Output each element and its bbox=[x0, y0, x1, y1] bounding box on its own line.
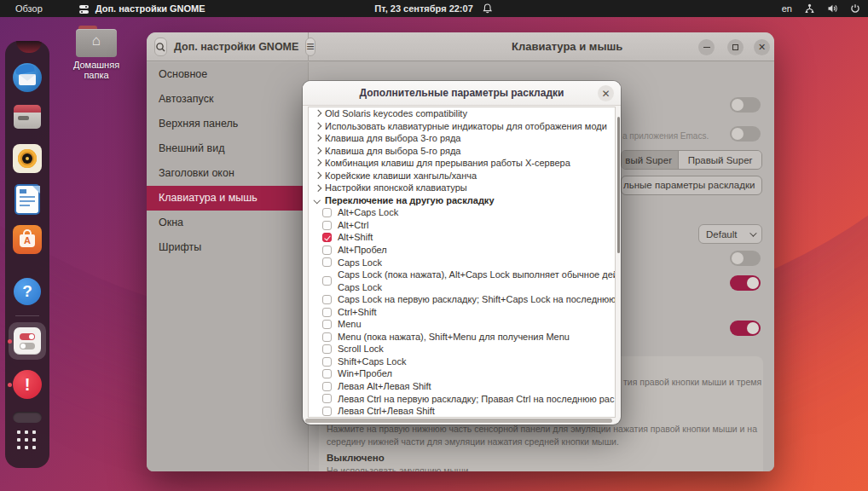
search-button[interactable] bbox=[154, 38, 167, 56]
checkbox[interactable] bbox=[322, 246, 332, 255]
close-button[interactable]: ✕ bbox=[754, 39, 770, 55]
checkbox[interactable] bbox=[322, 382, 332, 391]
expander-closed-icon[interactable] bbox=[314, 172, 321, 179]
toggle-switch[interactable] bbox=[730, 321, 761, 336]
layout-group-row[interactable]: Клавиша для выбора 5-го ряда bbox=[309, 145, 615, 158]
layout-option-row[interactable]: Левая Ctrl на первую раскладку; Правая C… bbox=[309, 393, 615, 406]
layout-option-row[interactable]: Левая Alt+Левая Shift bbox=[309, 380, 615, 393]
dialog-header[interactable]: Дополнительные параметры раскладки ✕ bbox=[303, 81, 621, 106]
layout-option-row[interactable]: Scroll Lock bbox=[309, 343, 615, 355]
checkbox[interactable] bbox=[322, 369, 332, 378]
home-folder-desktop-icon[interactable]: ⌂ Домашняя папка bbox=[60, 26, 133, 80]
touchpad-description-line1: Нажмите на правую нижнюю часть сенсорной… bbox=[327, 424, 766, 434]
right-super-segment[interactable]: Правый Super bbox=[679, 151, 761, 169]
gnome-tweaks-icon[interactable] bbox=[9, 322, 46, 360]
layout-group-row[interactable]: Комбинация клавиш для прерывания работы … bbox=[309, 157, 615, 170]
layout-option-row[interactable]: Alt+Пробел bbox=[309, 244, 615, 257]
layout-option-row[interactable]: Win+Пробел bbox=[309, 367, 615, 380]
vertical-scrollbar[interactable] bbox=[617, 117, 620, 253]
checkbox[interactable] bbox=[322, 295, 332, 304]
expander-closed-icon[interactable] bbox=[314, 123, 321, 130]
checkbox[interactable] bbox=[322, 276, 332, 286]
rhythmbox-icon[interactable] bbox=[12, 143, 43, 174]
activities-button[interactable]: Обзор bbox=[12, 3, 46, 14]
layout-option-row[interactable]: Alt+Shift bbox=[309, 231, 615, 244]
option-label: Caps Lock на первую раскладку; Shift+Cap… bbox=[338, 293, 615, 306]
layout-group-row[interactable]: Использовать клавиатурные индикаторы для… bbox=[309, 120, 615, 133]
toggle-switch[interactable] bbox=[730, 97, 761, 113]
left-super-segment[interactable]: вый Super bbox=[622, 151, 679, 169]
expander-closed-icon[interactable] bbox=[314, 135, 321, 142]
sidebar-item-6[interactable]: Клавиатура и мышь bbox=[147, 186, 308, 211]
toggle-switch[interactable] bbox=[730, 251, 761, 266]
sidebar-item-8[interactable]: Шрифты bbox=[147, 235, 308, 260]
sidebar-item-3[interactable]: Верхняя панель bbox=[147, 112, 308, 136]
checkbox[interactable] bbox=[322, 221, 332, 230]
layout-group-row[interactable]: Корейские клавиши хангыль/ханча bbox=[309, 170, 615, 182]
checkbox[interactable] bbox=[322, 257, 332, 267]
checkbox[interactable] bbox=[322, 320, 332, 329]
maximize-button[interactable] bbox=[727, 39, 744, 55]
sidebar-item-4[interactable]: Внешний вид bbox=[147, 136, 308, 161]
expander-open-icon[interactable] bbox=[314, 197, 321, 204]
sidebar-item-1[interactable]: Основное bbox=[147, 62, 308, 87]
sidebar-item-5[interactable]: Заголовки окон bbox=[147, 161, 308, 186]
checkbox[interactable] bbox=[322, 344, 332, 354]
checkbox[interactable] bbox=[322, 332, 332, 342]
layout-option-row[interactable]: Caps Lock bbox=[309, 257, 615, 269]
layout-option-row[interactable]: Shift+Caps Lock bbox=[309, 355, 615, 368]
layout-group-row[interactable]: Настройки японской клавиатуры bbox=[309, 182, 615, 194]
layout-option-row[interactable]: Левая Ctrl+Левая Shift bbox=[309, 405, 615, 418]
clock-label: Пт, 23 сентября 22:07 bbox=[374, 3, 473, 14]
checkbox[interactable] bbox=[322, 407, 332, 416]
toggle-switch[interactable] bbox=[730, 126, 761, 142]
keyboard-layout-indicator[interactable]: en bbox=[782, 3, 792, 14]
layout-option-row[interactable]: Ctrl+Shift bbox=[309, 306, 615, 319]
expander-closed-icon[interactable] bbox=[314, 185, 321, 192]
hamburger-menu-button[interactable]: ≡ bbox=[305, 38, 315, 56]
update-notifier-icon[interactable]: ! bbox=[12, 369, 43, 400]
emulation-mode-dropdown[interactable]: Default bbox=[698, 224, 762, 244]
layout-group-row[interactable]: Old Solaris keycodes compatibility bbox=[309, 107, 615, 120]
option-label: Левая Alt+Левая Shift bbox=[338, 380, 431, 393]
horizontal-scrollbar[interactable] bbox=[305, 419, 612, 423]
additional-layout-options-button[interactable]: льные параметры раскладки bbox=[621, 176, 762, 195]
checkbox[interactable] bbox=[322, 394, 332, 403]
show-apps-icon[interactable] bbox=[17, 430, 38, 451]
checkbox-checked[interactable] bbox=[322, 233, 332, 242]
layout-option-row[interactable]: Caps Lock (пока нажата), Alt+Caps Lock в… bbox=[309, 269, 615, 293]
checkbox[interactable] bbox=[322, 308, 332, 317]
clock-button[interactable]: Пт, 23 сентября 22:07 bbox=[374, 3, 494, 14]
layout-option-row[interactable]: Menu (пока нажата), Shift+Menu для получ… bbox=[309, 331, 615, 344]
minimize-button[interactable] bbox=[698, 39, 715, 55]
checkbox[interactable] bbox=[322, 208, 332, 217]
expander-closed-icon[interactable] bbox=[314, 159, 321, 166]
dock-separator bbox=[15, 315, 39, 316]
thunderbird-icon[interactable] bbox=[12, 62, 43, 93]
state-title: Выключено bbox=[327, 453, 385, 463]
group-label: Комбинация клавиш для прерывания работы … bbox=[325, 157, 570, 170]
sidebar-item-7[interactable]: Окна bbox=[147, 211, 308, 235]
expander-closed-icon[interactable] bbox=[314, 110, 321, 117]
system-status-area[interactable]: en bbox=[782, 3, 861, 14]
emacs-description-fragment: а приложения Emacs. bbox=[622, 131, 709, 141]
checkbox[interactable] bbox=[322, 357, 332, 367]
files-icon[interactable] bbox=[12, 102, 43, 133]
layout-group-row[interactable]: Переключение на другую раскладку bbox=[309, 194, 615, 207]
layout-option-row[interactable]: Caps Lock на первую раскладку; Shift+Cap… bbox=[309, 293, 615, 306]
network-icon bbox=[803, 3, 815, 14]
ubuntu-software-icon[interactable]: A bbox=[12, 224, 43, 255]
headerbar[interactable]: Доп. настройки GNOME ≡ Клавиатура и мышь… bbox=[147, 32, 774, 61]
help-icon[interactable]: ? bbox=[12, 276, 43, 307]
libreoffice-writer-icon[interactable] bbox=[12, 184, 43, 215]
toggle-switch[interactable] bbox=[730, 275, 761, 291]
expander-closed-icon[interactable] bbox=[314, 147, 321, 154]
layout-option-row[interactable]: Alt+Caps Lock bbox=[309, 206, 615, 219]
layout-option-row[interactable]: Menu bbox=[309, 318, 615, 331]
dropdown-value: Default bbox=[706, 229, 737, 240]
sidebar-item-2[interactable]: Автозапуск bbox=[147, 87, 308, 112]
layout-group-row[interactable]: Клавиша для выбора 3-го ряда bbox=[309, 132, 615, 145]
app-menu-button[interactable]: Доп. настройки GNOME bbox=[78, 3, 205, 14]
layout-option-row[interactable]: Alt+Ctrl bbox=[309, 219, 615, 232]
dialog-close-button[interactable]: ✕ bbox=[598, 85, 614, 101]
